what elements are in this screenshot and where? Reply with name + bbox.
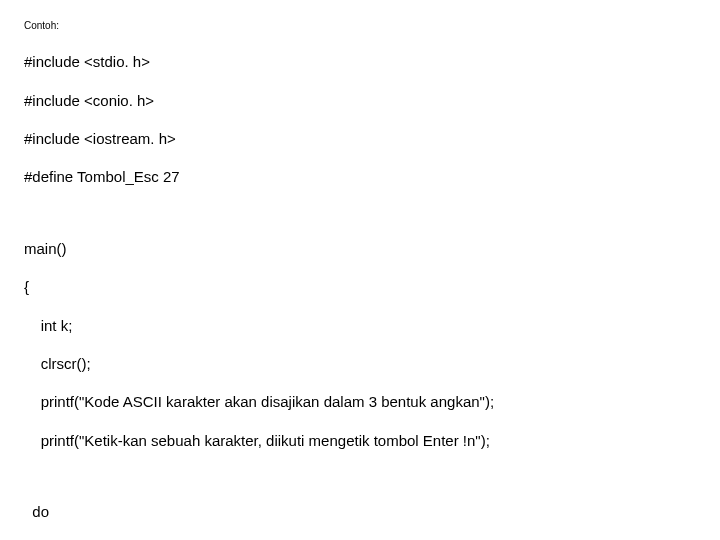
code-line: #include <conio. h> <box>24 91 696 110</box>
code-line: int k; <box>24 316 696 335</box>
example-label: Contoh: <box>24 20 696 31</box>
code-line: do <box>24 502 696 521</box>
code-line: main() <box>24 239 696 258</box>
code-line: { <box>24 277 696 296</box>
code-line: clrscr(); <box>24 354 696 373</box>
code-block: #include <stdio. h> #include <conio. h> … <box>24 33 696 540</box>
code-line: #include <stdio. h> <box>24 52 696 71</box>
code-line: #include <iostream. h> <box>24 129 696 148</box>
code-line: #define Tombol_Esc 27 <box>24 167 696 186</box>
code-line: printf("Kode ASCII karakter akan disajik… <box>24 392 696 411</box>
code-line: printf("Ketik-kan sebuah karakter, diiku… <box>24 431 696 450</box>
